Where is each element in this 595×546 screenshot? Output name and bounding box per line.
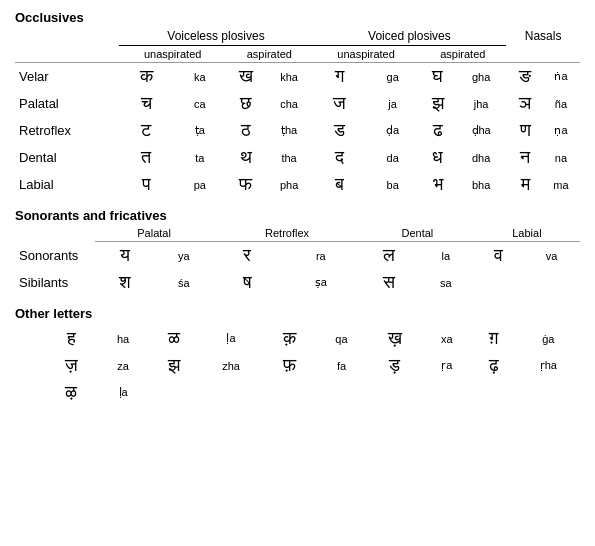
roman-trans: fa: [316, 352, 367, 379]
dev-char: थ: [226, 144, 265, 171]
roman-trans: bha: [456, 171, 506, 198]
dev-char: न: [506, 144, 542, 171]
roman-trans: dha: [456, 144, 506, 171]
dev-char: द: [313, 144, 366, 171]
roman-trans: da: [366, 144, 420, 171]
dev-char: क: [119, 63, 173, 91]
dev-char: ग: [313, 63, 366, 91]
roman-trans: pa: [174, 171, 226, 198]
roman-trans: la: [418, 242, 474, 270]
dev-char: ख: [226, 63, 265, 91]
aspirated-vd-header: aspirated: [419, 46, 506, 63]
dev-char: ळ: [149, 325, 199, 352]
palatal-col-header: Palatal: [95, 225, 213, 242]
row-label-retroflex: Retroflex: [15, 117, 119, 144]
dev-char: छ: [226, 90, 265, 117]
roman-trans: ṭha: [265, 117, 312, 144]
table-row: Retroflex ट ṭa ठ ṭha ड ḍa ढ ḍha ण ṇa: [15, 117, 580, 144]
dev-char: प: [119, 171, 173, 198]
roman-trans: pha: [265, 171, 312, 198]
roman-trans: na: [542, 144, 580, 171]
dev-char: क़: [263, 325, 316, 352]
roman-trans: ja: [366, 90, 420, 117]
dev-char: त: [119, 144, 173, 171]
table-row: ऴ ḷa: [15, 379, 580, 406]
dev-char: ब: [313, 171, 366, 198]
roman-trans: ḍa: [366, 117, 420, 144]
roman-trans: qa: [316, 325, 367, 352]
dev-char: य: [95, 242, 155, 270]
roman-trans: ṛa: [422, 352, 471, 379]
sibilants-row-label: Sibilants: [15, 269, 95, 296]
dev-char: ट: [119, 117, 173, 144]
roman-trans: ña: [542, 90, 580, 117]
table-row: Sonorants य ya र ra ल la व va: [15, 242, 580, 270]
roman-trans: ṣa: [281, 269, 361, 296]
dev-char: ख़: [367, 325, 422, 352]
roman-trans: ḍha: [456, 117, 506, 144]
dev-char: च: [119, 90, 173, 117]
sonorants-title: Sonorants and fricatives: [15, 208, 580, 223]
row-label-labial: Labial: [15, 171, 119, 198]
roman-trans: ṭa: [174, 117, 226, 144]
roman-trans: ḷa: [98, 379, 149, 406]
roman-trans: za: [98, 352, 149, 379]
roman-trans: gha: [456, 63, 506, 91]
dev-char: ढ: [419, 117, 456, 144]
table-row: ह ha ळ ḷa क़ qa ख़ xa ग़ ġa: [15, 325, 580, 352]
dev-char: झ: [419, 90, 456, 117]
dev-char: घ: [419, 63, 456, 91]
dev-char: ण: [506, 117, 542, 144]
table-row: Dental त ta थ tha द da ध dha न na: [15, 144, 580, 171]
dev-char: ढ़: [471, 352, 516, 379]
voiced-header: Voiced plosives: [313, 27, 506, 46]
roman-trans: kha: [265, 63, 312, 91]
dev-char: ऴ: [45, 379, 98, 406]
dev-char: ड: [313, 117, 366, 144]
dev-char: ह: [45, 325, 98, 352]
roman-trans: jha: [456, 90, 506, 117]
group-header-row: Voiceless plosives Voiced plosives Nasal…: [15, 27, 580, 46]
roman-trans: ta: [174, 144, 226, 171]
table-row: Palatal च ca छ cha ज ja झ jha ञ ña: [15, 90, 580, 117]
dev-char: ष: [213, 269, 281, 296]
row-label-velar: Velar: [15, 63, 119, 91]
dev-char: ज़: [45, 352, 98, 379]
roman-trans: ka: [174, 63, 226, 91]
row-label-dental: Dental: [15, 144, 119, 171]
dev-char: फ: [226, 171, 265, 198]
voiceless-header: Voiceless plosives: [119, 27, 312, 46]
roman-trans: ḷa: [199, 325, 264, 352]
sub-header-row: unaspirated aspirated unaspirated aspira…: [15, 46, 580, 63]
roman-trans: ṇa: [542, 117, 580, 144]
roman-trans: ga: [366, 63, 420, 91]
dev-char: फ़: [263, 352, 316, 379]
roman-trans: ġa: [517, 325, 580, 352]
dental-col-header: Dental: [361, 225, 474, 242]
roman-trans: ha: [98, 325, 149, 352]
roman-trans: ba: [366, 171, 420, 198]
dev-char: स: [361, 269, 418, 296]
dev-char: ल: [361, 242, 418, 270]
roman-trans: sa: [418, 269, 474, 296]
row-label-palatal: Palatal: [15, 90, 119, 117]
dev-char: ञ: [506, 90, 542, 117]
roman-trans: tha: [265, 144, 312, 171]
roman-trans: śa: [155, 269, 214, 296]
aspirated-vl-header: aspirated: [226, 46, 313, 63]
dev-char: झ: [149, 352, 199, 379]
roman-trans: ra: [281, 242, 361, 270]
roman-trans: zha: [199, 352, 264, 379]
dev-char: ठ: [226, 117, 265, 144]
table-row: Sibilants श śa ष ṣa स sa: [15, 269, 580, 296]
other-letters-title: Other letters: [15, 306, 580, 321]
table-row: Labial प pa फ pha ब ba भ bha म ma: [15, 171, 580, 198]
unaspirated-vd-header: unaspirated: [313, 46, 420, 63]
occlusives-title: Occlusives: [15, 10, 580, 25]
dev-char: र: [213, 242, 281, 270]
roman-trans: ya: [155, 242, 214, 270]
nasals-header: Nasals: [506, 27, 580, 46]
dev-char: ड़: [367, 352, 422, 379]
dev-char: ङ: [506, 63, 542, 91]
roman-trans: ṛha: [517, 352, 580, 379]
